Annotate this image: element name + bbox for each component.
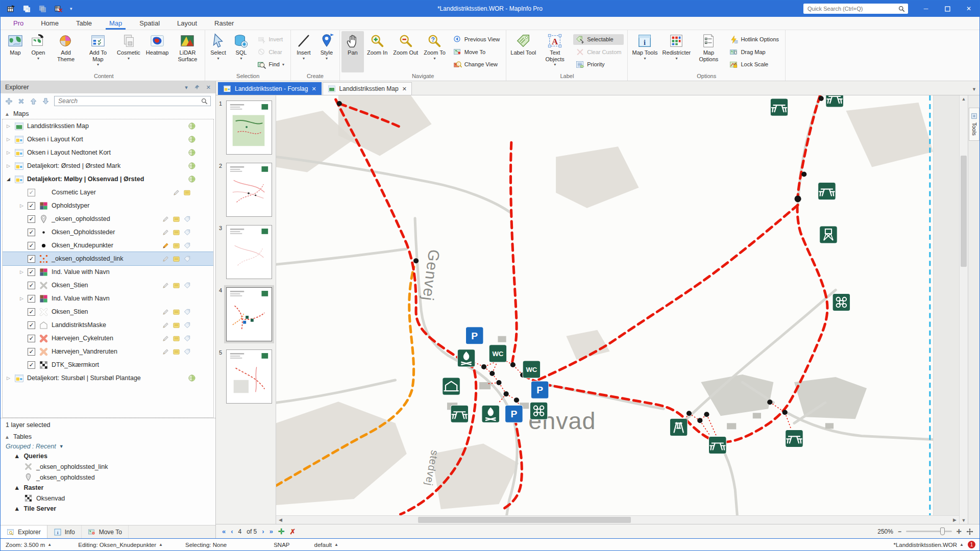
- scroll-left-icon[interactable]: ◀: [276, 517, 285, 522]
- table-item[interactable]: _oksen_opholdssted: [1, 472, 215, 483]
- chevron-down-icon[interactable]: ▾: [37, 56, 39, 61]
- poi-wc-icon[interactable]: WC: [489, 345, 507, 362]
- previous-view-button[interactable]: Previous View: [451, 34, 503, 45]
- geographic-icon[interactable]: [188, 148, 196, 157]
- chevron-down-icon[interactable]: ▾: [282, 62, 284, 67]
- range-icon[interactable]: [173, 335, 180, 342]
- zoom-slider[interactable]: [906, 531, 952, 532]
- lock-scale-button[interactable]: Lock Scale: [727, 59, 781, 70]
- close-table-icon[interactable]: [54, 5, 63, 13]
- map-canvas[interactable]: GenvejenvadstedvejPWCWCPP ◀ ▶: [276, 95, 959, 524]
- map-tools-button[interactable]: iMap Tools▾: [629, 31, 660, 72]
- collapse-icon[interactable]: ◢: [7, 177, 14, 182]
- document-tab[interactable]: Landdistriksstien Map✕: [323, 82, 412, 95]
- tree-layer-row[interactable]: ▷✓Ind. Value with Navn: [3, 292, 213, 305]
- layer-visibility-checkbox[interactable]: ✓: [28, 361, 35, 369]
- tree-map-row[interactable]: ▷Oksen i Layout Nedtonet Kort: [3, 146, 213, 159]
- chevron-down-icon[interactable]: ▾: [217, 56, 219, 61]
- panel-menu-icon[interactable]: ▾: [185, 84, 188, 91]
- poi-picnic-icon[interactable]: [826, 95, 844, 107]
- panel-tab-info[interactable]: iInfo: [47, 525, 82, 538]
- page-thumbnail-3[interactable]: 3: [226, 225, 272, 279]
- explorer-search-input[interactable]: [57, 97, 201, 105]
- layer-visibility-checkbox[interactable]: ✓: [28, 268, 35, 276]
- pan-button[interactable]: Pan: [341, 31, 364, 72]
- zoom-slider-knob[interactable]: [940, 528, 945, 535]
- poi-fire-icon[interactable]: [457, 349, 475, 367]
- range-icon[interactable]: [173, 242, 180, 249]
- layer-visibility-checkbox[interactable]: ✓: [28, 229, 35, 236]
- status-zoom[interactable]: Zoom: 3.500 m▲: [6, 542, 52, 548]
- range-icon[interactable]: [173, 255, 180, 263]
- layer-visibility-checkbox[interactable]: ✓: [28, 295, 35, 303]
- poi-picnic-icon[interactable]: [709, 436, 727, 454]
- document-tab[interactable]: Landdistriktsstien - Forslag✕: [218, 82, 322, 95]
- layer-visibility-checkbox[interactable]: ✓: [28, 348, 35, 356]
- clear-button[interactable]: Clear: [255, 46, 286, 57]
- add-page-icon[interactable]: ✛: [278, 527, 285, 536]
- expand-icon[interactable]: ▷: [7, 150, 14, 155]
- collapse-icon[interactable]: ▲: [5, 434, 10, 440]
- add-to-map-button[interactable]: Add To Map▾: [82, 31, 114, 72]
- chevron-down-icon[interactable]: ▼: [59, 444, 64, 449]
- pencil-icon[interactable]: [162, 215, 169, 223]
- pencil-icon[interactable]: [173, 189, 180, 196]
- maps-section-header[interactable]: ▲ Maps: [1, 109, 215, 119]
- search-icon[interactable]: [898, 6, 905, 12]
- tree-layer-row[interactable]: ✓_oksen_opholdssted_link: [3, 252, 213, 265]
- move-up-icon[interactable]: [30, 97, 37, 105]
- tree-layer-row[interactable]: ▷✓Opholdstyper: [3, 199, 213, 212]
- tab-overflow-icon[interactable]: ▼: [972, 87, 976, 92]
- selectable-button[interactable]: Selectable: [573, 34, 624, 45]
- poi-junction-icon[interactable]: [530, 402, 548, 419]
- tree-layer-row[interactable]: ✓Oksen_Knudepunkter: [3, 239, 213, 252]
- priority-button[interactable]: Priority: [573, 59, 624, 70]
- status-editing[interactable]: Editing: Oksen_Knudepunkter▲: [78, 542, 163, 548]
- collapse-icon[interactable]: ▲: [14, 505, 20, 512]
- poi-wc-icon[interactable]: WC: [523, 361, 541, 378]
- label-icon[interactable]: [183, 229, 191, 236]
- expand-icon[interactable]: ▷: [20, 269, 28, 274]
- tables-section-header[interactable]: ▲ Tables: [1, 432, 215, 442]
- tables-group-queries[interactable]: ▲Queries: [1, 451, 215, 461]
- move-down-icon[interactable]: [42, 97, 50, 105]
- pencil-icon[interactable]: [162, 348, 169, 356]
- poi-parking-icon[interactable]: P: [505, 405, 523, 422]
- geographic-icon[interactable]: [188, 122, 196, 130]
- pencil-icon[interactable]: [162, 229, 169, 236]
- poi-picnic-icon[interactable]: [786, 430, 803, 447]
- expand-icon[interactable]: ▷: [7, 375, 14, 381]
- pencil-edit-icon[interactable]: [162, 242, 169, 249]
- tree-layer-row[interactable]: ✓LanddistriktsMaske: [3, 318, 213, 332]
- page-thumbnail-2[interactable]: 2: [226, 163, 272, 217]
- close-tab-icon[interactable]: ✕: [311, 86, 316, 92]
- search-icon[interactable]: [201, 98, 208, 105]
- range-icon[interactable]: [173, 229, 180, 236]
- tree-map-row[interactable]: ▷Landdistriksstien Map: [3, 119, 213, 133]
- range-icon[interactable]: [173, 282, 180, 289]
- scroll-right-icon[interactable]: ▶: [950, 517, 959, 522]
- chevron-down-icon[interactable]: ▾: [97, 62, 99, 67]
- tree-layer-row[interactable]: ✓Oksen_Stien: [3, 305, 213, 318]
- label-icon[interactable]: [183, 282, 191, 289]
- collapse-icon[interactable]: ▲: [14, 453, 20, 460]
- poi-parking-icon[interactable]: P: [531, 381, 549, 398]
- expand-icon[interactable]: ▷: [7, 123, 14, 129]
- invert-button[interactable]: Invert: [255, 34, 286, 45]
- select-button[interactable]: Select▾: [207, 31, 229, 72]
- drag-map-button[interactable]: Drag Map: [727, 46, 781, 57]
- layer-visibility-checkbox[interactable]: ✓: [28, 202, 35, 210]
- label-icon[interactable]: [183, 335, 191, 342]
- scroll-down-icon[interactable]: ▼: [960, 518, 968, 523]
- layer-visibility-checkbox[interactable]: ✓: [28, 215, 35, 223]
- style-button[interactable]: Style▾: [315, 31, 338, 72]
- ribbon-tab-home[interactable]: Home: [32, 18, 67, 30]
- poi-shelter-icon[interactable]: [443, 378, 460, 395]
- close-tab-icon[interactable]: ✕: [402, 86, 407, 92]
- geographic-icon[interactable]: [188, 175, 196, 183]
- zoom-to-button[interactable]: ?Zoom To▾: [421, 31, 448, 72]
- map-options-button[interactable]: Map Options: [693, 31, 724, 72]
- zoom-out-button[interactable]: Zoom Out: [390, 31, 421, 72]
- add-icon[interactable]: [5, 97, 13, 105]
- range-icon[interactable]: [173, 348, 180, 356]
